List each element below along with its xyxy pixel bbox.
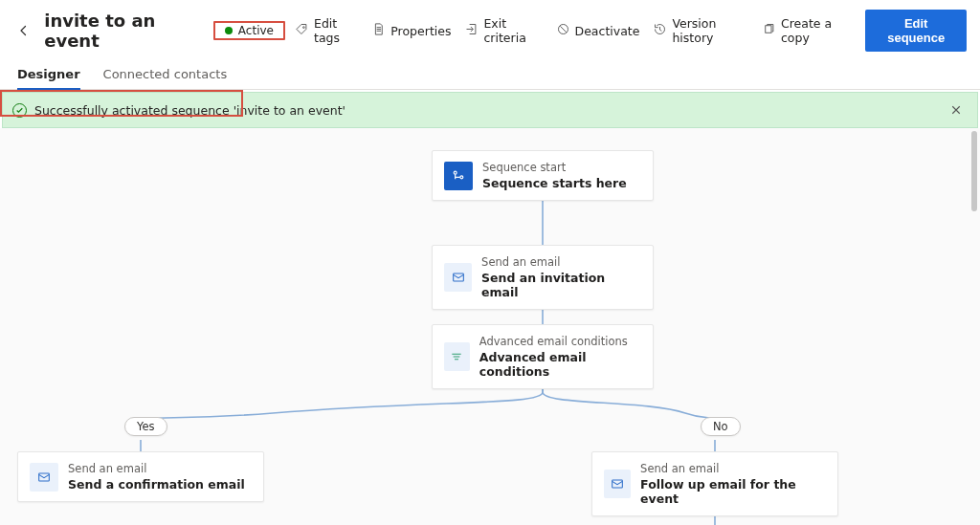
tab-connected-contacts[interactable]: Connected contacts [103, 61, 228, 89]
page-title: invite to an event [44, 11, 204, 51]
svg-rect-10 [453, 273, 463, 281]
tabs: Designer Connected contacts [0, 55, 980, 90]
conditions-icon [444, 342, 470, 371]
branch-yes-badge: Yes [124, 417, 167, 436]
node-type-label: Advanced email conditions [479, 335, 641, 348]
version-history-button[interactable]: Version history [653, 16, 748, 45]
properties-button[interactable]: Properties [371, 22, 451, 39]
email-icon [30, 463, 58, 492]
toolbar: Edit tags Properties Exit criteria Deact… [295, 10, 967, 52]
node-name-label: Follow up email for the event [640, 477, 826, 506]
success-banner: Successfully activated sequence 'invite … [2, 92, 978, 128]
node-type-label: Send an email [481, 255, 641, 269]
banner-close-button[interactable] [945, 98, 968, 121]
create-copy-label: Create a copy [781, 16, 852, 45]
node-confirmation-email[interactable]: Send an email Send a confirmation email [17, 451, 264, 502]
node-name-label: Advanced email conditions [479, 350, 641, 379]
edit-tags-button[interactable]: Edit tags [295, 16, 358, 45]
node-type-label: Sequence start [482, 161, 627, 174]
success-message: Successfully activated sequence 'invite … [34, 103, 345, 118]
history-icon [653, 22, 667, 39]
flow-canvas[interactable]: Sequence start Sequence starts here Send… [0, 128, 980, 525]
status-dot-icon [225, 27, 233, 34]
deactivate-label: Deactivate [575, 24, 640, 38]
exit-criteria-button[interactable]: Exit criteria [464, 16, 542, 45]
edit-tags-label: Edit tags [314, 16, 358, 45]
tag-icon [295, 22, 309, 39]
node-name-label: Sequence starts here [482, 176, 627, 190]
status-label: Active [238, 24, 274, 37]
tab-designer[interactable]: Designer [17, 61, 80, 89]
node-name-label: Send an invitation email [481, 271, 641, 299]
node-followup-email[interactable]: Send an email Follow up email for the ev… [591, 451, 838, 516]
back-button[interactable] [13, 19, 34, 42]
create-copy-button[interactable]: Create a copy [762, 16, 852, 45]
exit-icon [464, 22, 479, 39]
node-type-label: Send an email [640, 462, 826, 475]
version-history-label: Version history [672, 16, 748, 45]
header-bar: invite to an event Active Edit tags Prop… [0, 0, 980, 55]
node-type-label: Send an email [68, 462, 245, 475]
svg-rect-11 [39, 473, 50, 481]
email-icon [444, 263, 472, 292]
email-icon [604, 470, 631, 498]
node-name-label: Send a confirmation email [68, 477, 245, 492]
copy-icon [762, 22, 776, 39]
exit-criteria-label: Exit criteria [483, 16, 542, 45]
status-pill: Active [213, 21, 285, 40]
document-icon [371, 22, 386, 39]
edit-sequence-button[interactable]: Edit sequence [865, 10, 967, 52]
vertical-scrollbar[interactable] [971, 131, 977, 211]
deactivate-icon [556, 22, 570, 39]
deactivate-button[interactable]: Deactivate [556, 22, 640, 39]
success-check-icon [12, 103, 27, 118]
properties-label: Properties [390, 24, 451, 38]
svg-point-9 [460, 175, 463, 178]
branch-no-badge: No [701, 417, 741, 436]
svg-point-0 [302, 27, 304, 29]
node-advanced-conditions-1[interactable]: Advanced email conditions Advanced email… [432, 324, 654, 389]
notification-area: Successfully activated sequence 'invite … [0, 90, 980, 128]
svg-rect-2 [766, 26, 771, 33]
svg-rect-12 [612, 480, 623, 488]
svg-point-8 [454, 171, 457, 174]
node-send-invitation-email[interactable]: Send an email Send an invitation email [432, 245, 654, 310]
sequence-start-icon [444, 162, 473, 190]
node-sequence-start[interactable]: Sequence start Sequence starts here [432, 150, 654, 201]
